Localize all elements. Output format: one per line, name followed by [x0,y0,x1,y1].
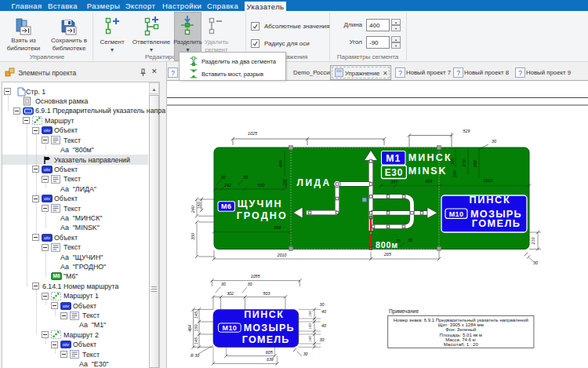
svg-text:М10: М10 [449,210,463,217]
svg-text:380: 380 [473,161,477,168]
svg-text:otv: otv [44,167,50,172]
svg-text:503: 503 [263,291,270,296]
svg-text:МИНСК: МИНСК [408,151,452,163]
svg-text:1025: 1025 [248,131,257,136]
svg-text:ПИНСК: ПИНСК [470,194,511,206]
svg-text:150: 150 [197,202,201,209]
svg-text:ЛИДА: ЛИДА [297,177,332,188]
svg-text:otv: otv [63,343,69,348]
svg-text:1055: 1055 [251,274,260,279]
svg-text:100: 100 [308,323,312,330]
svg-text:242: 242 [223,183,231,188]
svg-text:M6: M6 [53,274,60,279]
svg-text:ПИНСК: ПИНСК [244,308,284,320]
svg-text:Площадь: 5.01 кв м: Площадь: 5.01 кв м [440,333,482,337]
svg-text:30: 30 [533,261,538,265]
svg-text:30: 30 [221,175,226,180]
svg-text:otv: otv [44,235,50,240]
svg-text:М10: М10 [223,324,237,332]
svg-text:R 30: R 30 [191,353,199,358]
svg-text:240: 240 [191,206,195,213]
svg-text:469: 469 [425,179,432,184]
svg-text:40: 40 [321,309,326,314]
svg-text:30: 30 [247,282,252,286]
svg-text:100: 100 [308,311,312,317]
svg-text:150: 150 [194,325,198,332]
svg-text:Фон: Зеленый: Фон: Зеленый [445,327,476,332]
svg-text:270: 270 [462,160,466,168]
svg-text:30: 30 [221,282,226,286]
svg-text:Номер знака: 6.9.1 Предварител: Номер знака: 6.9.1 Предварительный указа… [394,318,528,322]
svg-text:otv: otv [63,304,69,308]
svg-text:МОЗЫРЬ: МОЗЫРЬ [244,321,295,333]
svg-text:E30: E30 [385,167,403,178]
svg-text:1010: 1010 [483,178,492,183]
svg-text:M1: M1 [386,153,401,164]
svg-text:otv: otv [44,128,50,133]
svg-text:30: 30 [492,139,496,144]
svg-text:30: 30 [243,175,248,180]
svg-text:30: 30 [408,238,412,242]
svg-text:100: 100 [452,171,457,178]
svg-text:145: 145 [194,312,198,319]
svg-text:ГОМЕЛЬ: ГОМЕЛЬ [472,217,521,229]
svg-text:968: 968 [274,225,281,230]
svg-text:265: 265 [383,252,391,257]
svg-text:Примечание: Примечание [389,308,419,315]
svg-text:530: 530 [258,183,265,188]
svg-text:ГРОДНО: ГРОДНО [237,210,288,221]
svg-text:302: 302 [227,291,234,296]
svg-text:800м: 800м [376,240,398,250]
svg-text:MINSK: MINSK [408,164,448,176]
svg-text:605: 605 [266,350,273,355]
svg-text:30: 30 [303,352,308,356]
svg-text:ГОМЕЛЬ: ГОМЕЛЬ [242,333,290,345]
svg-text:ЩУЧИН: ЩУЧИН [238,198,283,210]
svg-text:400: 400 [278,161,283,168]
svg-text:100: 100 [308,336,312,342]
svg-text:529: 529 [463,129,470,133]
svg-text:2010: 2010 [277,253,287,257]
svg-text:350: 350 [191,233,195,240]
svg-text:639: 639 [267,357,274,362]
svg-text:145: 145 [194,337,198,344]
svg-text:210: 210 [531,238,535,246]
svg-text:30: 30 [319,302,324,307]
svg-text:100: 100 [282,180,287,187]
svg-text:Щит: 3905 x 1284 мм: Щит: 3905 x 1284 мм [438,322,484,327]
svg-text:М6: М6 [221,202,231,210]
svg-text:40: 40 [321,323,326,328]
svg-text:Масса: 74.6 кг: Масса: 74.6 кг [445,337,477,342]
svg-text:Масштаб: 1 : 20: Масштаб: 1 : 20 [444,342,479,347]
svg-text:30: 30 [319,337,324,342]
svg-text:otv: otv [44,196,50,201]
svg-text:357: 357 [390,180,398,184]
svg-text:464: 464 [187,325,192,332]
